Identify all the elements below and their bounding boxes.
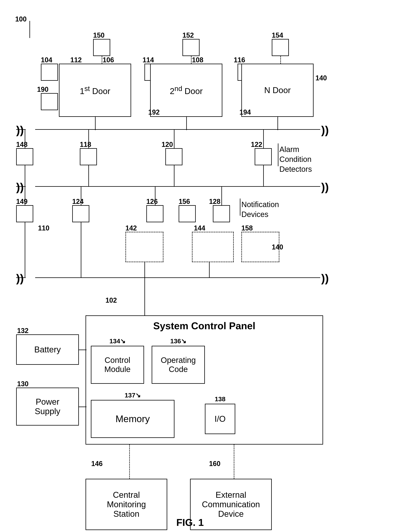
io-label: I/O: [215, 414, 226, 424]
ref-116: 116: [234, 56, 245, 64]
diagram: 100 150 152 154 104 112 106 114 108 116 …: [0, 0, 420, 531]
ref-128: 128: [209, 198, 221, 206]
ref-118: 118: [80, 141, 91, 148]
box-118: [80, 148, 97, 165]
h-149-3: [16, 277, 26, 278]
box-122: [255, 148, 272, 165]
central-label: CentralMonitoringStation: [107, 490, 146, 519]
bus-line-2: [35, 186, 320, 187]
box-156: [179, 205, 196, 222]
v-144-bus: [209, 262, 210, 277]
box-doorN: N Door: [241, 64, 314, 117]
box-control-module: ControlModule: [91, 346, 144, 384]
ref-140b: 140: [272, 243, 283, 251]
box-154: [272, 39, 289, 56]
dashed-v-external: [234, 444, 234, 479]
ref-120: 120: [162, 141, 173, 148]
ref-146: 146: [91, 460, 103, 468]
v-149-bus: [25, 186, 25, 205]
door2-label: 2nd Door: [170, 85, 203, 96]
ref-104: 104: [41, 56, 52, 64]
ref-192: 192: [148, 108, 160, 116]
v-122-bus: [263, 129, 264, 148]
v-118-bus: [88, 129, 89, 148]
break-right-3: )): [321, 272, 329, 285]
box-124: [72, 205, 89, 222]
break-right-2: )): [321, 180, 329, 193]
h-power-scp: [79, 407, 87, 407]
v-to-scp: [144, 277, 145, 315]
ref-158: 158: [241, 224, 253, 232]
alarm-bracket: [278, 143, 278, 166]
h-battery-scp: [79, 350, 87, 350]
door1-label: 1st Door: [80, 85, 110, 96]
scp-title: System Control Panel: [89, 320, 320, 332]
ref-110: 110: [38, 224, 49, 232]
v-148-bus2: [25, 165, 25, 186]
ref-124: 124: [72, 198, 84, 206]
ref-132: 132: [17, 327, 29, 335]
ref-144: 144: [194, 224, 205, 232]
power-label: PowerSupply: [35, 397, 60, 416]
box-door1: 1st Door: [59, 64, 131, 117]
v-122-bus2: [263, 165, 264, 186]
h-149: [16, 186, 26, 187]
ref-126: 126: [146, 198, 158, 206]
ref-102: 102: [105, 296, 117, 304]
box-memory: Memory: [91, 400, 174, 438]
ref-148: 148: [16, 141, 28, 148]
notification-label: NotificationDevices: [241, 199, 279, 219]
v-149-bus3: [25, 222, 25, 277]
break-left-1: )): [16, 123, 24, 137]
box-128: [213, 205, 230, 222]
doorN-label: N Door: [264, 86, 291, 95]
ref-142: 142: [125, 224, 137, 232]
ref-140a: 140: [315, 74, 327, 82]
memory-label: Memory: [116, 413, 150, 424]
break-right-1: )): [321, 123, 329, 137]
v-124-bus: [81, 186, 81, 205]
ref-194: 194: [240, 108, 251, 116]
ref-156: 156: [179, 198, 190, 206]
v-124-bus3: [81, 222, 81, 277]
bus-line-3: [35, 277, 320, 278]
external-label: ExternalCommunicationDevice: [202, 490, 260, 519]
box-120: [165, 148, 182, 165]
box-126: [146, 205, 164, 222]
operating-code-label: OperatingCode: [161, 356, 196, 374]
ref-160: 160: [209, 460, 221, 468]
notif-bracket: [240, 199, 240, 216]
ref-152: 152: [182, 31, 194, 39]
v-120-bus: [174, 129, 174, 148]
box-144: [192, 232, 234, 262]
control-module-label: ControlModule: [104, 356, 131, 374]
ref-108: 108: [192, 56, 203, 64]
ref-122: 122: [251, 141, 262, 148]
ref-106: 106: [103, 56, 114, 64]
alarm-label: AlarmConditionDetectors: [279, 144, 312, 174]
box-104: [41, 64, 58, 81]
v-door1-bus: [95, 117, 96, 130]
ref-100: 100: [15, 15, 27, 23]
v-126-bus: [155, 186, 155, 205]
box-149: [16, 205, 33, 222]
box-battery: Battery: [16, 334, 79, 365]
v-128-bus: [221, 186, 222, 205]
ref-190: 190: [37, 86, 48, 93]
ref-112: 112: [70, 56, 82, 64]
box-scp: System Control Panel 134↘ ControlModule …: [86, 315, 323, 444]
v-door2-bus: [186, 117, 187, 130]
v-118-bus2: [88, 165, 89, 186]
v-120-bus2: [174, 165, 174, 186]
ref-114: 114: [143, 56, 154, 64]
line-100-arrow: [30, 21, 30, 38]
box-power: PowerSupply: [16, 388, 79, 426]
v-142-bus: [144, 262, 145, 277]
box-150: [93, 39, 110, 56]
ref-154: 154: [272, 31, 283, 39]
dashed-v-central: [129, 444, 130, 479]
box-door2: 2nd Door: [150, 64, 222, 117]
h-148: [16, 129, 26, 130]
v-doorN-bus: [277, 117, 278, 130]
box-152: [182, 39, 199, 56]
